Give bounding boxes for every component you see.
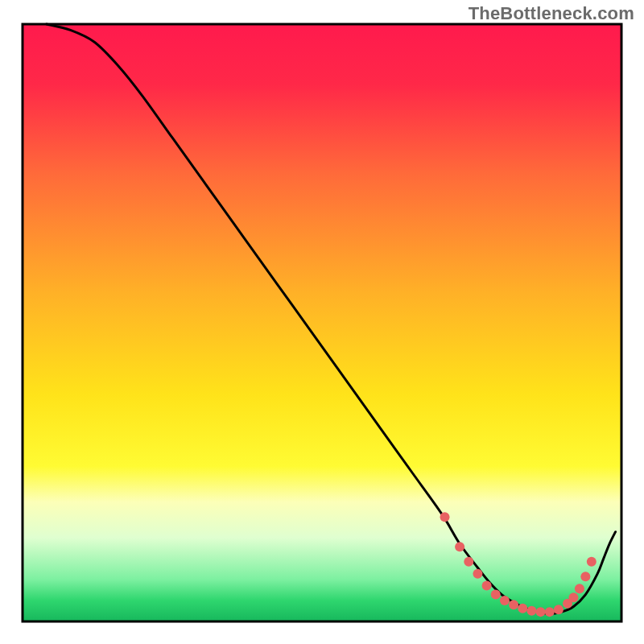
marker-dot (536, 607, 546, 617)
marker-dot (568, 592, 578, 602)
marker-dot (554, 605, 564, 614)
marker-dot (509, 600, 518, 609)
bottleneck-chart (0, 0, 644, 644)
marker-dot (587, 557, 597, 567)
watermark-text: TheBottleneck.com (469, 3, 634, 24)
marker-dot (526, 606, 536, 616)
marker-dot (455, 542, 464, 551)
marker-dot (545, 607, 555, 617)
marker-dot (473, 569, 482, 579)
marker-dot (500, 596, 510, 605)
marker-dot (518, 604, 527, 613)
marker-dot (464, 557, 473, 567)
marker-dot (440, 512, 450, 522)
marker-dot (482, 580, 492, 590)
plot-area (23, 24, 621, 621)
marker-dot (580, 572, 590, 581)
marker-dot (575, 584, 584, 593)
plot-background (23, 24, 621, 621)
marker-dot (491, 590, 501, 600)
chart-container: TheBottleneck.com (0, 0, 644, 644)
